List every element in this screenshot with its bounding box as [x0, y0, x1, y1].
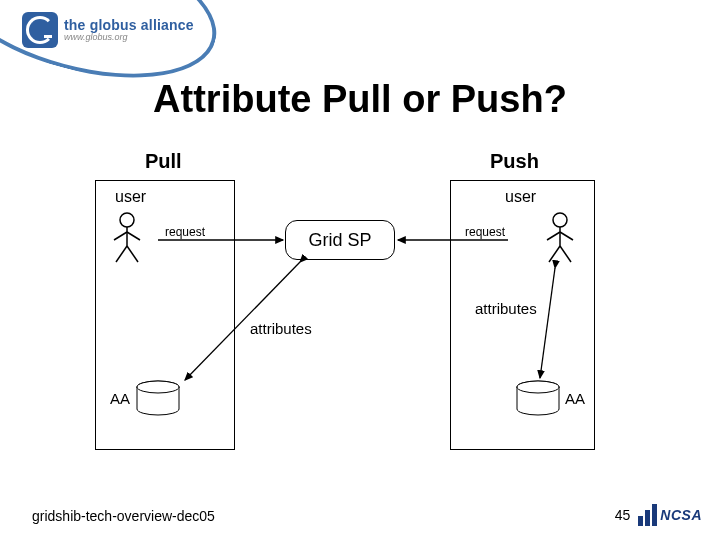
footer-right: 45 NCSA: [615, 504, 702, 526]
svg-point-0: [120, 213, 134, 227]
request-right-label: request: [465, 225, 505, 239]
svg-line-9: [560, 232, 573, 240]
attributes-left-label: attributes: [250, 320, 312, 337]
col-title-pull: Pull: [145, 150, 182, 173]
svg-point-13: [137, 381, 179, 393]
svg-line-4: [116, 246, 127, 262]
svg-line-10: [549, 246, 560, 262]
aa-right-label: AA: [565, 390, 585, 407]
svg-point-15: [517, 381, 559, 393]
attributes-right-label: attributes: [475, 300, 537, 317]
page-title: Attribute Pull or Push?: [153, 78, 567, 121]
globus-logo-icon: [22, 12, 58, 48]
page-number: 45: [615, 507, 631, 523]
svg-line-11: [560, 246, 571, 262]
logo-title: the globus alliance: [64, 18, 194, 32]
svg-line-2: [114, 232, 127, 240]
svg-point-6: [553, 213, 567, 227]
user-icon-right: [545, 212, 575, 264]
aa-cylinder-left: [135, 380, 181, 418]
ncsa-bars-icon: [638, 504, 657, 526]
svg-line-3: [127, 232, 140, 240]
footer-doc-id: gridshib-tech-overview-dec05: [32, 508, 215, 524]
ncsa-text: NCSA: [660, 507, 702, 523]
grid-sp-node: Grid SP: [285, 220, 395, 260]
user-icon-left: [112, 212, 142, 264]
ncsa-logo: NCSA: [638, 504, 702, 526]
globus-logo: the globus alliance www.globus.org: [22, 12, 194, 48]
diagram: Pull Push user user request request Grid…: [0, 150, 720, 470]
user-left-label: user: [115, 188, 146, 206]
request-left-label: request: [165, 225, 205, 239]
grid-sp-label: Grid SP: [308, 230, 371, 251]
user-right-label: user: [505, 188, 536, 206]
aa-cylinder-right: [515, 380, 561, 418]
aa-left-label: AA: [110, 390, 130, 407]
svg-line-5: [127, 246, 138, 262]
svg-line-8: [547, 232, 560, 240]
col-title-push: Push: [490, 150, 539, 173]
logo-url: www.globus.org: [64, 33, 194, 42]
